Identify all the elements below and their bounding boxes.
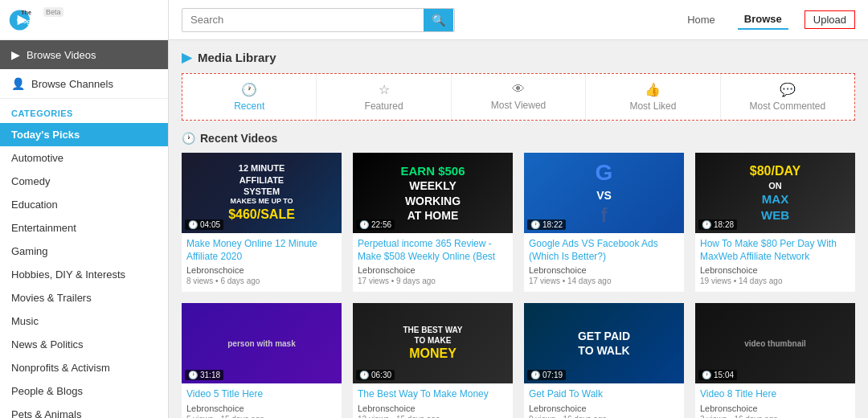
sidebar: The Vlogs Beta ▶ Browse Videos 👤 Browse …	[0, 0, 169, 418]
video-info-5: Video 5 Title Here Lebronschoice 5 views…	[182, 383, 342, 418]
categories-label: CATEGORIES	[0, 99, 168, 123]
tab-featured-label: Featured	[365, 100, 403, 112]
recent-icon: 🕐	[241, 82, 257, 97]
video-meta-3: 17 views • 14 days ago	[529, 277, 679, 285]
most-liked-icon: 👍	[645, 82, 661, 97]
tab-most-liked[interactable]: 👍 Most Liked	[586, 74, 720, 120]
sidebar-item-music[interactable]: Music	[0, 309, 168, 333]
topbar-nav: Home Browse Upload	[681, 10, 855, 30]
video-card-2[interactable]: EARN $506 WEEKLY WORKING AT HOME 🕐22:56 …	[353, 153, 513, 292]
tab-recent-label: Recent	[234, 100, 264, 112]
video-title-8: Video 8 Title Here	[700, 388, 850, 401]
play-icon: ▶	[11, 48, 20, 61]
video-author-4: Lebronschoice	[700, 265, 850, 275]
content-area: ▶ Media Library 🕐 Recent ☆ Featured 👁 Mo…	[169, 40, 868, 418]
video-card-3[interactable]: G VS f 🕐18:22 Google Ads VS Facebook Ads…	[524, 153, 684, 292]
sidebar-item-movies[interactable]: Movies & Trailers	[0, 286, 168, 309]
tab-most-viewed[interactable]: 👁 Most Viewed	[452, 74, 586, 120]
video-title-2: Perpetual income 365 Review - Make $508 …	[358, 238, 508, 263]
sidebar-browse-channels[interactable]: 👤 Browse Channels	[0, 69, 168, 99]
search-box: 🔍	[182, 8, 455, 32]
video-thumb-7: GET PAID TO WALK 🕐07:19	[524, 303, 684, 383]
sidebar-item-hobbies[interactable]: Hobbies, DIY & Interests	[0, 263, 168, 286]
video-info-8: Video 8 Title Here Lebronschoice 3 views…	[695, 383, 855, 418]
nav-browse[interactable]: Browse	[738, 10, 788, 30]
beta-label: Beta	[43, 7, 63, 17]
video-thumb-3: G VS f 🕐18:22	[524, 153, 684, 233]
video-card-6[interactable]: THE BEST WAY TO MAKE MONEY 🕐06:30 The Be…	[353, 303, 513, 418]
sidebar-item-automotive[interactable]: Automotive	[0, 146, 168, 170]
sidebar-item-news[interactable]: News & Politics	[0, 333, 168, 356]
svg-text:The: The	[21, 8, 31, 15]
video-duration-2: 🕐22:56	[356, 219, 395, 230]
logo-area: The Vlogs Beta	[0, 0, 168, 40]
video-thumb-6: THE BEST WAY TO MAKE MONEY 🕐06:30	[353, 303, 513, 383]
video-author-3: Lebronschoice	[529, 265, 679, 275]
video-info-7: Get Paid To Walk Lebronschoice 9 views •…	[524, 383, 684, 418]
video-meta-7: 9 views • 16 days ago	[529, 415, 679, 418]
sidebar-item-pets[interactable]: Pets & Animals	[0, 403, 168, 418]
main-content: 🔍 Home Browse Upload ▶ Media Library 🕐 R…	[169, 0, 868, 418]
video-duration-6: 🕐06:30	[356, 370, 395, 380]
sidebar-browse-videos[interactable]: ▶ Browse Videos	[0, 40, 168, 69]
tabs-container: 🕐 Recent ☆ Featured 👁 Most Viewed 👍 Most…	[182, 73, 855, 121]
sidebar-item-comedy[interactable]: Comedy	[0, 170, 168, 193]
media-library-title: Media Library	[198, 51, 276, 64]
video-info-6: The Best Way To Make Money Lebronschoice…	[353, 383, 513, 418]
sidebar-item-entertainment[interactable]: Entertainment	[0, 216, 168, 240]
nav-upload[interactable]: Upload	[805, 10, 855, 29]
most-viewed-icon: 👁	[512, 82, 525, 96]
browse-videos-label: Browse Videos	[27, 49, 96, 61]
video-meta-2: 17 views • 9 days ago	[358, 277, 508, 285]
search-button[interactable]: 🔍	[424, 9, 453, 31]
browse-channels-label: Browse Channels	[31, 78, 113, 90]
tab-recent[interactable]: 🕐 Recent	[182, 74, 317, 120]
video-meta-6: 12 views • 15 days ago	[358, 415, 508, 418]
video-meta-5: 5 views • 15 days ago	[186, 415, 337, 418]
video-meta-4: 19 views • 14 days ago	[700, 277, 850, 285]
sidebar-item-people[interactable]: People & Blogs	[0, 379, 168, 403]
video-card-4[interactable]: $80/DAY ON MAX WEB 🕐18:28 How To Make $8…	[695, 153, 855, 292]
most-commented-icon: 💬	[780, 82, 796, 97]
video-author-5: Lebronschoice	[186, 404, 337, 413]
video-thumb-8: video thumbnail 🕐15:04	[695, 303, 855, 383]
video-thumb-1: 12 MINUTE AFFILIATE SYSTEM MAKES ME UP T…	[182, 153, 342, 233]
sidebar-item-education[interactable]: Education	[0, 193, 168, 216]
tab-most-liked-label: Most Liked	[629, 100, 676, 112]
tab-featured[interactable]: ☆ Featured	[317, 74, 451, 120]
video-duration-8: 🕐15:04	[698, 370, 737, 380]
video-title-7: Get Paid To Walk	[529, 388, 679, 401]
video-title-6: The Best Way To Make Money	[358, 388, 508, 401]
video-author-8: Lebronschoice	[700, 404, 850, 413]
tab-most-commented-label: Most Commented	[749, 100, 825, 112]
video-info-4: How To Make $80 Per Day With MaxWeb Affi…	[695, 233, 855, 292]
video-info-2: Perpetual income 365 Review - Make $508 …	[353, 233, 513, 292]
svg-text:Vlogs: Vlogs	[17, 17, 35, 24]
topbar: 🔍 Home Browse Upload	[169, 0, 868, 40]
video-meta-8: 3 views • 16 days ago	[700, 415, 850, 418]
search-input[interactable]	[182, 9, 424, 31]
media-library-header: ▶ Media Library	[182, 50, 855, 65]
video-card-5[interactable]: person with mask 🕐31:18 Video 5 Title He…	[182, 303, 342, 418]
tab-most-commented[interactable]: 💬 Most Commented	[721, 74, 854, 120]
video-duration-4: 🕐18:28	[698, 219, 737, 230]
video-author-2: Lebronschoice	[358, 265, 508, 275]
video-card-8[interactable]: video thumbnail 🕐15:04 Video 8 Title Her…	[695, 303, 855, 418]
sidebar-item-nonprofits[interactable]: Nonprofits & Activism	[0, 356, 168, 379]
video-meta-1: 8 views • 6 days ago	[186, 277, 337, 285]
sidebar-item-gaming[interactable]: Gaming	[0, 240, 168, 263]
featured-icon: ☆	[379, 82, 390, 97]
video-card-7[interactable]: GET PAID TO WALK 🕐07:19 Get Paid To Walk…	[524, 303, 684, 418]
nav-home[interactable]: Home	[681, 10, 722, 29]
recent-videos-header: 🕐 Recent Videos	[182, 132, 855, 145]
media-library-icon: ▶	[182, 50, 191, 65]
sidebar-item-todays-picks[interactable]: Today's Picks	[0, 123, 168, 146]
video-author-1: Lebronschoice	[186, 265, 337, 275]
video-grid: 12 MINUTE AFFILIATE SYSTEM MAKES ME UP T…	[182, 153, 855, 418]
video-author-6: Lebronschoice	[358, 404, 508, 413]
video-card-1[interactable]: 12 MINUTE AFFILIATE SYSTEM MAKES ME UP T…	[182, 153, 342, 292]
video-duration-7: 🕐07:19	[527, 370, 566, 380]
video-thumb-2: EARN $506 WEEKLY WORKING AT HOME 🕐22:56	[353, 153, 513, 233]
video-thumb-4: $80/DAY ON MAX WEB 🕐18:28	[695, 153, 855, 233]
logo-icon: The Vlogs	[8, 6, 37, 35]
